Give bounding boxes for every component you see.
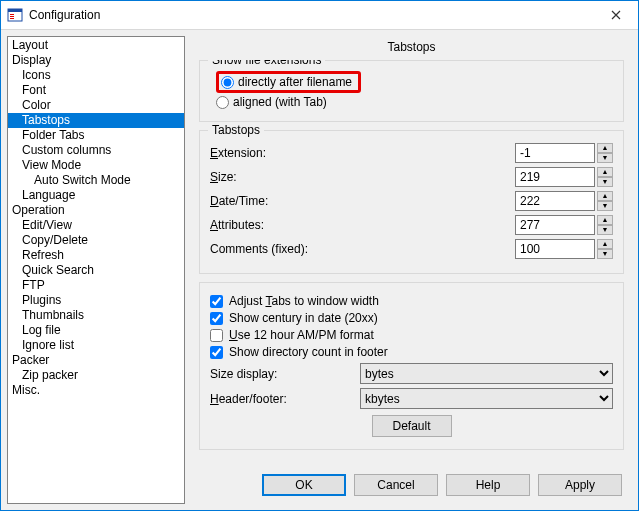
spinner-extension: ▲ ▼	[597, 143, 613, 163]
select-size-display[interactable]: bytes	[360, 363, 613, 384]
radio-directly-after-filename[interactable]	[221, 76, 234, 89]
spin-up-icon[interactable]: ▲	[597, 239, 613, 249]
tree-item[interactable]: Operation	[8, 203, 184, 218]
check-label: Show directory count in footer	[229, 345, 388, 359]
group-tabstops: Tabstops Extension: ▲ ▼ Size:	[199, 130, 624, 274]
spin-down-icon[interactable]: ▼	[597, 249, 613, 259]
tree-item[interactable]: Icons	[8, 68, 184, 83]
tree-item[interactable]: Custom columns	[8, 143, 184, 158]
label-extension: Extension:	[210, 146, 360, 160]
check-label: Adjust Tabs to window width	[229, 294, 379, 308]
ok-button[interactable]: OK	[262, 474, 346, 496]
tree-item[interactable]: View Mode	[8, 158, 184, 173]
spinner-datetime: ▲ ▼	[597, 191, 613, 211]
cancel-button[interactable]: Cancel	[354, 474, 438, 496]
dialog-buttons: OK Cancel Help Apply	[191, 468, 632, 504]
spin-down-icon[interactable]: ▼	[597, 177, 613, 187]
tree-item[interactable]: Plugins	[8, 293, 184, 308]
tree-item[interactable]: Ignore list	[8, 338, 184, 353]
svg-rect-2	[10, 14, 14, 15]
app-icon	[7, 7, 23, 23]
spin-down-icon[interactable]: ▼	[597, 153, 613, 163]
tree-item[interactable]: Font	[8, 83, 184, 98]
input-extension[interactable]	[515, 143, 595, 163]
tree-item[interactable]: Packer	[8, 353, 184, 368]
tree-item[interactable]: Layout	[8, 38, 184, 53]
svg-rect-1	[8, 9, 22, 12]
tree-item[interactable]: Language	[8, 188, 184, 203]
radio-label: directly after filename	[238, 75, 352, 89]
spin-up-icon[interactable]: ▲	[597, 191, 613, 201]
highlight-box: directly after filename	[216, 71, 361, 93]
radio-label: aligned (with Tab)	[233, 95, 327, 109]
spin-up-icon[interactable]: ▲	[597, 215, 613, 225]
tree-item[interactable]: Zip packer	[8, 368, 184, 383]
check-label: Show century in date (20xx)	[229, 311, 378, 325]
check-show-century[interactable]	[210, 312, 223, 325]
group-show-file-extensions: Show file extensions directly after file…	[199, 60, 624, 122]
check-label: Use 12 hour AM/PM format	[229, 328, 374, 342]
tree-item[interactable]: Edit/View	[8, 218, 184, 233]
tree-item[interactable]: Tabstops	[8, 113, 184, 128]
svg-rect-4	[10, 18, 14, 19]
tree-item[interactable]: FTP	[8, 278, 184, 293]
input-comments[interactable]	[515, 239, 595, 259]
tree-item[interactable]: Quick Search	[8, 263, 184, 278]
tree-item[interactable]: Copy/Delete	[8, 233, 184, 248]
spinner-size: ▲ ▼	[597, 167, 613, 187]
tree-item[interactable]: Display	[8, 53, 184, 68]
label-size: Size:	[210, 170, 360, 184]
configuration-dialog: Configuration LayoutDisplayIconsFontColo…	[0, 0, 639, 511]
label-size-display: Size display:	[210, 367, 360, 381]
page-title: Tabstops	[191, 36, 632, 60]
group-legend: Tabstops	[208, 123, 264, 137]
apply-button[interactable]: Apply	[538, 474, 622, 496]
spin-up-icon[interactable]: ▲	[597, 143, 613, 153]
tree-item[interactable]: Misc.	[8, 383, 184, 398]
check-adjust-tabs[interactable]	[210, 295, 223, 308]
label-comments: Comments (fixed):	[210, 242, 360, 256]
tree-item[interactable]: Auto Switch Mode	[8, 173, 184, 188]
category-tree[interactable]: LayoutDisplayIconsFontColorTabstopsFolde…	[7, 36, 185, 504]
spin-up-icon[interactable]: ▲	[597, 167, 613, 177]
default-button[interactable]: Default	[372, 415, 452, 437]
group-legend: Show file extensions	[208, 60, 325, 67]
check-dir-count[interactable]	[210, 346, 223, 359]
input-attributes[interactable]	[515, 215, 595, 235]
close-button[interactable]	[594, 1, 638, 29]
radio-aligned-with-tab[interactable]	[216, 96, 229, 109]
settings-panel: Tabstops Show file extensions directly a…	[191, 36, 632, 504]
input-datetime[interactable]	[515, 191, 595, 211]
titlebar: Configuration	[1, 1, 638, 30]
close-icon	[611, 10, 621, 20]
spinner-attributes: ▲ ▼	[597, 215, 613, 235]
tree-item[interactable]: Refresh	[8, 248, 184, 263]
svg-rect-3	[10, 16, 14, 17]
tree-item[interactable]: Log file	[8, 323, 184, 338]
spinner-comments: ▲ ▼	[597, 239, 613, 259]
group-options: Adjust Tabs to window width Show century…	[199, 282, 624, 450]
spin-down-icon[interactable]: ▼	[597, 201, 613, 211]
spin-down-icon[interactable]: ▼	[597, 225, 613, 235]
label-header-footer: Header/footer:	[210, 392, 360, 406]
window-title: Configuration	[29, 8, 594, 22]
tree-item[interactable]: Thumbnails	[8, 308, 184, 323]
help-button[interactable]: Help	[446, 474, 530, 496]
input-size[interactable]	[515, 167, 595, 187]
tree-item[interactable]: Folder Tabs	[8, 128, 184, 143]
tree-item[interactable]: Color	[8, 98, 184, 113]
select-header-footer[interactable]: kbytes	[360, 388, 613, 409]
label-attributes: Attributes:	[210, 218, 360, 232]
check-12hour[interactable]	[210, 329, 223, 342]
label-datetime: Date/Time:	[210, 194, 360, 208]
